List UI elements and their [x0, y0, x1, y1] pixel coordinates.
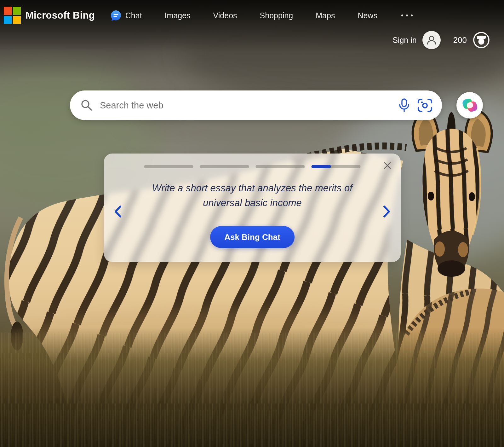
copilot-logo-icon	[461, 96, 479, 114]
suggested-prompt-text: Write a short essay that analyzes the me…	[142, 181, 363, 211]
avatar[interactable]	[422, 31, 441, 49]
search-input[interactable]	[99, 100, 396, 111]
nav-label: Maps	[316, 11, 335, 20]
microsoft-logo-icon	[4, 7, 21, 24]
progress-bar[interactable]	[144, 165, 193, 168]
progress-bar-active[interactable]	[312, 165, 361, 168]
chevron-right-icon	[382, 205, 392, 218]
nav-item-news[interactable]: News	[358, 11, 377, 20]
nav-item-chat[interactable]: Chat	[110, 9, 142, 21]
nav-label: Shopping	[260, 11, 293, 20]
nav-item-videos[interactable]: Videos	[213, 11, 237, 20]
nav-label: Images	[165, 11, 191, 20]
logo-text: Microsoft Bing	[26, 10, 95, 21]
rewards-points[interactable]: 200	[453, 35, 467, 45]
nav-label: News	[358, 11, 377, 20]
nav-item-maps[interactable]: Maps	[316, 11, 335, 20]
top-navigation-bar: Microsoft Bing Chat Images Videos Shoppi…	[0, 0, 504, 31]
medal-icon	[472, 31, 490, 49]
close-x-icon	[383, 161, 392, 170]
search-bar[interactable]	[70, 90, 442, 120]
carousel-prev-button[interactable]	[109, 201, 127, 222]
ellipsis-icon[interactable]	[400, 11, 414, 20]
carousel-next-button[interactable]	[378, 201, 396, 222]
account-row: Sign in 200	[392, 31, 490, 49]
nav-item-shopping[interactable]: Shopping	[260, 11, 293, 20]
copilot-button[interactable]	[456, 92, 483, 119]
visual-search-camera-icon[interactable]	[417, 97, 433, 113]
progress-active-fill	[312, 165, 331, 168]
microphone-icon[interactable]	[396, 97, 412, 113]
search-area	[70, 90, 483, 120]
nav-label: Chat	[125, 11, 142, 20]
rewards-button[interactable]	[472, 31, 490, 49]
progress-bar[interactable]	[256, 165, 305, 168]
primary-nav: Chat Images Videos Shopping Maps News	[110, 9, 414, 21]
nav-label: Videos	[213, 11, 237, 20]
sign-in-button[interactable]: Sign in	[392, 36, 416, 45]
microsoft-bing-logo[interactable]: Microsoft Bing	[4, 7, 95, 24]
chevron-left-icon	[113, 205, 123, 218]
chat-bubble-icon	[110, 9, 122, 21]
nav-item-images[interactable]: Images	[165, 11, 191, 20]
magnifier-icon	[80, 99, 93, 112]
progress-row	[144, 165, 361, 168]
bing-chat-promo-card: Write a short essay that analyzes the me…	[104, 154, 401, 262]
progress-bar[interactable]	[200, 165, 249, 168]
person-icon	[426, 34, 438, 46]
ask-bing-chat-button[interactable]: Ask Bing Chat	[210, 226, 295, 248]
close-button[interactable]	[381, 159, 394, 172]
